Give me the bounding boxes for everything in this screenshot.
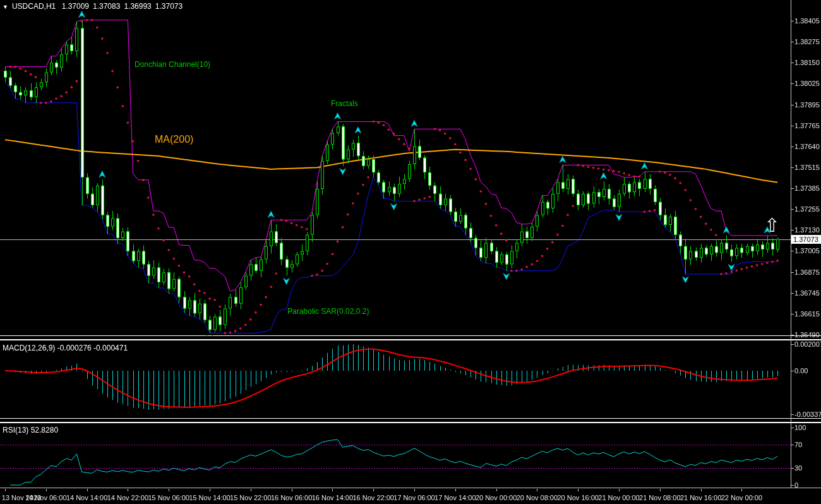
price-axis-tick-label: 1.36875 xyxy=(794,268,820,277)
rsi-axis-tick-label: 70 xyxy=(794,441,802,449)
time-axis-label: 16 Nov 22:00 xyxy=(352,494,393,501)
fractals-label: Fractals xyxy=(331,99,358,108)
price-axis-tick-label: 1.37130 xyxy=(794,226,820,234)
chart-header: ▼USDCAD,H1 1.370091.370831.369931.37073 xyxy=(3,2,186,11)
price-axis-tick-label: 1.38150 xyxy=(794,59,820,67)
time-axis-label: 15 Nov 14:00 xyxy=(189,494,230,501)
price-axis-tick-label: 1.36490 xyxy=(794,331,820,339)
rsi-indicator-label: RSI(13) 52.8280 xyxy=(3,426,58,435)
time-axis-label: 21 Nov 08:00 xyxy=(639,494,680,501)
time-axis-label: 20 Nov 00:00 xyxy=(476,494,517,501)
macd-indicator-label: MACD(12,26,9) -0.000276 -0.000471 xyxy=(3,344,128,352)
price-axis-tick-label: 1.36615 xyxy=(794,310,820,318)
current-price-tag: 1.37073 xyxy=(791,235,821,244)
time-axis-label: 17 Nov 06:00 xyxy=(393,494,434,501)
time-axis-label: 21 Nov 00:00 xyxy=(598,494,639,501)
symbol-timeframe-label: USDCAD,H1 xyxy=(12,2,56,11)
parabolic-sar-label: Parabolic SAR(0.02,0.2) xyxy=(287,307,369,316)
price-axis-tick-label: 1.36745 xyxy=(794,289,820,297)
rsi-axis-tick-label: 30 xyxy=(794,464,802,472)
time-axis-label: 20 Nov 08:00 xyxy=(517,494,558,501)
price-axis-tick-label: 1.38025 xyxy=(794,80,820,88)
chart-dropdown-icon[interactable]: ▼ xyxy=(3,4,8,10)
macd-axis-tick-label: -0.003372 xyxy=(794,411,821,419)
price-axis-tick-label: 1.38405 xyxy=(794,17,820,25)
price-axis-tick-label: 1.37895 xyxy=(794,101,820,109)
ohlc-high: 1.37083 xyxy=(93,2,120,11)
time-axis-label: 14 Nov 06:00 xyxy=(25,494,66,501)
ohlc-low: 1.36993 xyxy=(124,2,151,11)
time-axis-label: 15 Nov 22:00 xyxy=(230,494,271,501)
price-axis-tick-label: 1.37255 xyxy=(794,205,820,213)
time-axis-label: 21 Nov 16:00 xyxy=(680,494,721,501)
rsi-axis-tick-label: 100 xyxy=(794,424,806,432)
macd-axis-tick-label: 0.002007 xyxy=(794,340,821,349)
time-axis-label: 20 Nov 16:00 xyxy=(557,494,598,501)
time-axis-label: 14 Nov 22:00 xyxy=(107,494,148,501)
time-axis-label: 16 Nov 14:00 xyxy=(312,494,353,501)
price-axis-tick-label: 1.37640 xyxy=(794,143,820,151)
time-axis-label: 15 Nov 06:00 xyxy=(148,494,189,501)
chart-window: ▼USDCAD,H1 1.370091.370831.369931.37073 … xyxy=(0,0,821,504)
price-axis-tick-label: 1.37765 xyxy=(794,122,820,130)
price-axis-tick-label: 1.37005 xyxy=(794,247,820,255)
rsi-axis-tick-label: 0 xyxy=(794,481,798,489)
time-axis-label: 22 Nov 00:00 xyxy=(721,494,762,501)
time-axis-label: 16 Nov 06:00 xyxy=(271,494,312,501)
ohlc-open: 1.37009 xyxy=(62,2,89,11)
price-axis-tick-label: 1.37515 xyxy=(794,164,820,172)
ohlc-close: 1.37073 xyxy=(155,2,183,11)
time-axis-label: 14 Nov 14:00 xyxy=(66,494,107,501)
ma200-label: MA(200) xyxy=(155,134,193,145)
up-arrow-marker[interactable]: ⇧ xyxy=(764,216,780,235)
chart-canvas[interactable] xyxy=(0,0,821,504)
donchian-channel-label: Donchian Channel(10) xyxy=(135,60,210,69)
macd-axis-tick-label: 0.00 xyxy=(794,367,808,375)
time-axis-label: 17 Nov 14:00 xyxy=(434,494,476,501)
price-axis-tick-label: 1.38275 xyxy=(794,38,820,46)
price-axis-tick-label: 1.37385 xyxy=(794,184,820,193)
